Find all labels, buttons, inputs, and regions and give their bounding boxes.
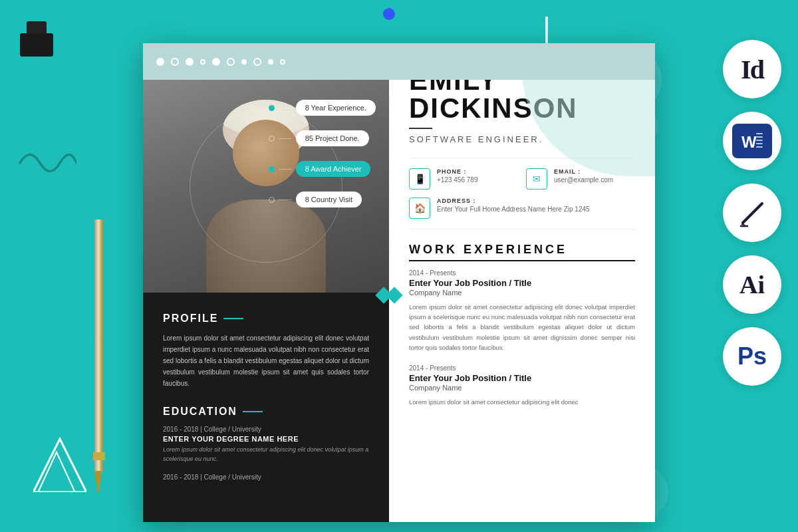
svg-rect-16 xyxy=(756,136,763,138)
work-desc-1: Lorem ipsum dolor sit amet consectetur a… xyxy=(409,302,635,352)
header-dot-2 xyxy=(171,58,179,66)
indesign-icon-button[interactable]: Id xyxy=(723,40,781,98)
name-divider xyxy=(409,128,432,129)
work-experience-section: WORK EXPERIENCE 2014 - Presents Enter Yo… xyxy=(409,243,635,407)
education-section-title: EDUCATION xyxy=(163,406,369,418)
work-year-1: 2014 - Presents xyxy=(409,269,635,277)
svg-marker-1 xyxy=(37,452,76,492)
education-section: EDUCATION 2016 - 2018 | College / Univer… xyxy=(163,406,369,481)
address-value: Enter Your Full Home Address Name Here Z… xyxy=(437,205,590,213)
education-item-2: 2016 - 2018 | College / University xyxy=(163,473,369,481)
stamp-decoration xyxy=(13,13,60,60)
header-dot-5 xyxy=(212,58,220,66)
phone-label: PHONE : xyxy=(437,168,477,175)
stat-experience: 8 Year Experience. xyxy=(296,100,376,116)
profile-section-title: PROFILE xyxy=(163,313,369,325)
svg-rect-19 xyxy=(756,146,763,148)
wave-decoration xyxy=(17,140,76,173)
svg-rect-15 xyxy=(756,133,763,134)
stat-countries: 8 Country Visit xyxy=(296,192,362,207)
address-icon: 🏠 xyxy=(409,198,430,219)
photoshop-label: Ps xyxy=(737,342,767,370)
work-company-2: Company Name xyxy=(409,384,635,392)
left-panel: 8 Year Experience. 85 Project Done. 8 Aw… xyxy=(143,43,389,522)
svg-rect-17 xyxy=(756,140,763,141)
profile-text: Lorem ipsum dolor sit amet consectetur a… xyxy=(163,332,369,389)
word-icon-button[interactable]: W xyxy=(723,112,781,170)
blue-dot-decoration xyxy=(383,8,395,20)
software-icons-panel: Id W Ai Ps xyxy=(723,40,781,386)
header-dot-10 xyxy=(280,59,285,65)
svg-marker-3 xyxy=(94,471,102,495)
header-dot-7 xyxy=(241,59,247,65)
indesign-label: Id xyxy=(741,54,763,85)
header-dot-4 xyxy=(200,59,205,65)
work-company-1: Company Name xyxy=(409,289,635,297)
diamond-bullet-1 xyxy=(378,289,389,301)
email-value: user@example.com xyxy=(554,176,613,184)
work-item-1: 2014 - Presents Enter Your Job Position … xyxy=(409,269,635,352)
header-dot-6 xyxy=(227,58,235,66)
stat-projects: 85 Project Done. xyxy=(296,130,369,146)
word-inner: W xyxy=(732,124,772,158)
header-dot-9 xyxy=(268,59,273,65)
phone-icon: 📱 xyxy=(409,168,430,190)
contact-address: 🏠 ADDRESS : Enter Your Full Home Address… xyxy=(409,198,635,219)
illustrator-icon-button[interactable]: Ai xyxy=(723,255,781,314)
svg-rect-2 xyxy=(94,219,104,472)
stat-awards: 8 Award Achiever xyxy=(296,161,371,177)
work-position-1: Enter Your Job Position / Title xyxy=(409,278,635,288)
header-dot-1 xyxy=(156,58,164,66)
resume-container: 8 Year Experience. 85 Project Done. 8 Aw… xyxy=(143,43,655,522)
work-section-title: WORK EXPERIENCE xyxy=(409,243,635,261)
address-label: ADDRESS : xyxy=(437,198,590,204)
contact-phone: 📱 PHONE : +123 456 789 xyxy=(409,168,518,190)
work-desc-2: Lorem ipsum dolor sit amet consectetur a… xyxy=(409,397,635,407)
edu-desc-1: Lorem ipsum dolor sit amet consectetur a… xyxy=(163,446,369,464)
email-icon: ✉ xyxy=(526,168,547,190)
work-position-2: Enter Your Job Position / Title xyxy=(409,373,635,383)
pencil-icon-button[interactable] xyxy=(723,184,781,242)
svg-rect-4 xyxy=(93,452,105,460)
photoshop-icon-button[interactable]: Ps xyxy=(723,327,781,386)
left-content: PROFILE Lorem ipsum dolor sit amet conse… xyxy=(143,293,389,504)
svg-line-20 xyxy=(743,203,762,223)
work-item-2: 2014 - Presents Enter Your Job Position … xyxy=(409,364,635,407)
stats-panel: 8 Year Experience. 85 Project Done. 8 Aw… xyxy=(269,100,376,207)
svg-marker-0 xyxy=(33,439,86,492)
right-panel: EMILY DICKINSON SOFTWARE ENGINEER. 📱 PHO… xyxy=(389,43,655,522)
education-item-1: 2016 - 2018 | College / University ENTER… xyxy=(163,426,369,464)
edu-year-1: 2016 - 2018 | College / University xyxy=(163,426,369,433)
svg-marker-21 xyxy=(741,223,745,225)
header-dot-8 xyxy=(253,58,261,66)
svg-rect-18 xyxy=(756,143,763,144)
header-dot-3 xyxy=(186,58,194,66)
illustrator-label: Ai xyxy=(739,270,765,299)
photo-wrapper: 8 Year Experience. 85 Project Done. 8 Aw… xyxy=(143,80,389,293)
resume-header-bar xyxy=(143,43,655,80)
diamond-bullet-2 xyxy=(389,289,400,301)
work-year-2: 2014 - Presents xyxy=(409,364,635,372)
edu-degree-1: ENTER YOUR DEGREE NAME HERE xyxy=(163,435,369,443)
svg-text:W: W xyxy=(741,133,757,151)
triangle-decoration xyxy=(33,432,86,492)
pencil-svg xyxy=(737,198,767,228)
pen-decoration xyxy=(86,219,110,508)
edu-year-2: 2016 - 2018 | College / University xyxy=(163,473,369,481)
phone-value: +123 456 789 xyxy=(437,176,477,184)
